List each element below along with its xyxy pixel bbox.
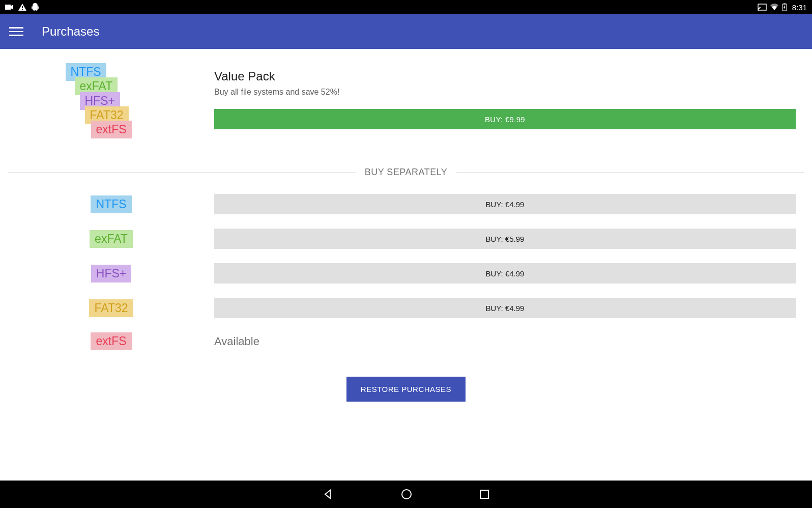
fs-badge-ntfs: NTFS [91, 195, 131, 213]
buy-separately-separator: BUY SEPARATELY [0, 167, 812, 178]
page-title: Purchases [42, 24, 99, 39]
item-action: BUY: €4.99 [214, 263, 804, 284]
restore-purchases-button[interactable]: RESTORE PURCHASES [346, 377, 466, 402]
item-icon-col: NTFS [8, 195, 214, 213]
svg-marker-8 [784, 5, 786, 10]
status-bar: 8:31 [0, 0, 812, 14]
warning-icon [18, 4, 26, 11]
item-icon-col: HFS+ [8, 265, 214, 283]
home-button[interactable] [400, 488, 413, 500]
value-pack-title: Value Pack [214, 69, 796, 83]
item-action: BUY: €4.99 [214, 298, 804, 318]
separator-label: BUY SEPARATELY [356, 167, 457, 178]
value-pack-subtitle: Buy all file systems and save 52%! [214, 88, 796, 97]
content: NTFS exFAT HFS+ FAT32 extFS Value Pack B… [0, 49, 812, 481]
menu-icon[interactable] [9, 24, 23, 39]
buy-exfat-button[interactable]: BUY: €5.99 [214, 229, 796, 249]
cast-icon [758, 4, 767, 11]
battery-icon [782, 3, 787, 11]
divider [456, 172, 804, 173]
divider [8, 172, 356, 173]
value-pack-detail: Value Pack Buy all file systems and save… [214, 63, 804, 150]
svg-rect-3 [22, 6, 23, 8]
fs-badge-hfs: HFS+ [91, 265, 131, 283]
buy-hfs-button[interactable]: BUY: €4.99 [214, 263, 796, 284]
buy-ntfs-button[interactable]: BUY: €4.99 [214, 194, 796, 214]
status-right: 8:31 [758, 3, 807, 12]
restore-row: RESTORE PURCHASES [0, 357, 812, 421]
item-row-ntfs: NTFS BUY: €4.99 [0, 187, 812, 221]
svg-point-10 [402, 490, 411, 499]
item-icon-col: FAT32 [8, 299, 214, 317]
svg-marker-9 [325, 490, 330, 498]
value-pack-section: NTFS exFAT HFS+ FAT32 extFS Value Pack B… [0, 49, 812, 164]
stacked-fs-labels: NTFS exFAT HFS+ FAT32 extFS [66, 63, 157, 150]
recents-button[interactable] [479, 489, 490, 500]
status-left [5, 3, 39, 11]
fs-badge-exfat: exFAT [90, 230, 133, 248]
fs-badge-extfs: extFS [91, 332, 131, 350]
camera-icon [5, 4, 13, 10]
wifi-icon [770, 4, 779, 11]
svg-marker-1 [11, 5, 13, 10]
item-icon-col: exFAT [8, 230, 214, 248]
item-row-fat32: FAT32 BUY: €4.99 [0, 291, 812, 325]
svg-rect-7 [784, 4, 786, 5]
app-bar: Purchases [0, 14, 812, 49]
item-row-exfat: exFAT BUY: €5.99 [0, 221, 812, 256]
fs-label-extfs: extFS [91, 121, 132, 138]
svg-rect-11 [480, 490, 488, 498]
item-action: Available [214, 335, 804, 348]
nav-bar [0, 481, 812, 508]
item-action: BUY: €4.99 [214, 194, 804, 214]
back-button[interactable] [322, 488, 334, 500]
fs-badge-fat32: FAT32 [89, 299, 133, 317]
svg-rect-0 [5, 5, 11, 10]
buy-valuepack-button[interactable]: BUY: €9.99 [214, 109, 796, 129]
item-icon-col: extFS [8, 332, 214, 350]
value-pack-icon: NTFS exFAT HFS+ FAT32 extFS [8, 63, 214, 150]
buy-fat32-button[interactable]: BUY: €4.99 [214, 298, 796, 318]
android-icon [32, 3, 39, 11]
status-time: 8:31 [792, 3, 807, 12]
svg-rect-4 [22, 9, 23, 10]
item-row-extfs: extFS Available [0, 325, 812, 357]
svg-rect-5 [758, 4, 766, 10]
item-action: BUY: €5.99 [214, 229, 804, 249]
item-row-hfs: HFS+ BUY: €4.99 [0, 256, 812, 291]
available-label: Available [214, 335, 796, 348]
